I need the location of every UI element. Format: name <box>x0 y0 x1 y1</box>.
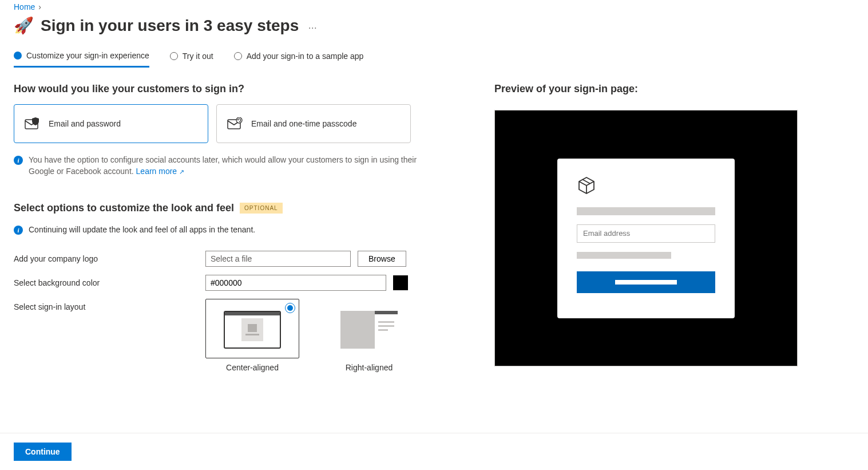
preview-primary-button <box>577 271 715 293</box>
info-text: You have the option to configure social … <box>29 155 426 177</box>
preview-placeholder-bar <box>577 207 715 215</box>
radio-icon <box>234 52 242 60</box>
rocket-icon: 🚀 <box>14 16 34 35</box>
page-title: Sign in your users in 3 easy steps <box>41 17 299 35</box>
layout-label: Select sign-in layout <box>14 299 205 311</box>
radio-icon <box>14 52 22 60</box>
signin-heading: How would you like your customers to sig… <box>14 83 426 95</box>
layout-option-label: Center-aligned <box>226 363 279 372</box>
radio-icon <box>285 303 295 313</box>
learn-more-link[interactable]: Learn more ↗ <box>136 167 184 176</box>
mail-refresh-icon <box>227 117 243 130</box>
more-icon[interactable]: … <box>306 18 320 33</box>
step-try[interactable]: Try it out <box>170 51 213 67</box>
step-label: Add your sign-in to a sample app <box>247 52 364 61</box>
option-email-password[interactable]: Email and password <box>14 104 208 143</box>
layout-option-center[interactable]: Center-aligned <box>205 299 299 372</box>
step-customize[interactable]: Customize your sign-in experience <box>14 51 149 68</box>
step-tabs: Customize your sign-in experience Try it… <box>14 51 854 67</box>
step-sample[interactable]: Add your sign-in to a sample app <box>234 51 364 67</box>
preview-box <box>494 110 798 366</box>
file-select-display[interactable]: Select a file <box>205 251 351 267</box>
breadcrumb: Home › <box>14 2 854 11</box>
customize-info-text: Continuing will update the look and feel… <box>29 225 255 234</box>
step-label: Try it out <box>183 52 213 61</box>
preview-placeholder-bar <box>577 252 671 259</box>
layout-option-label: Right-aligned <box>346 363 393 372</box>
option-label: Email and password <box>49 119 121 128</box>
logo-label: Add your company logo <box>14 251 205 263</box>
preview-heading: Preview of your sign-in page: <box>494 83 854 95</box>
step-label: Customize your sign-in experience <box>26 51 149 60</box>
info-icon: i <box>14 156 23 165</box>
optional-badge: OPTIONAL <box>240 203 283 214</box>
info-icon: i <box>14 226 23 235</box>
option-email-passcode[interactable]: Email and one-time passcode <box>216 104 411 143</box>
bg-color-label: Select background color <box>14 275 205 287</box>
layout-thumb-right-icon <box>340 311 398 349</box>
svg-point-2 <box>236 117 242 123</box>
breadcrumb-home-link[interactable]: Home <box>14 2 35 11</box>
chevron-right-icon: › <box>38 2 41 11</box>
layout-option-right[interactable]: Right-aligned <box>322 299 416 372</box>
preview-email-input <box>577 224 715 243</box>
layout-thumb-center-icon <box>224 311 281 349</box>
mail-shield-icon <box>25 117 41 130</box>
option-label: Email and one-time passcode <box>251 119 356 128</box>
radio-icon <box>170 52 178 60</box>
preview-signin-card <box>557 159 735 318</box>
browse-button[interactable]: Browse <box>358 251 406 267</box>
external-link-icon: ↗ <box>179 168 184 175</box>
bg-color-input[interactable] <box>205 275 386 291</box>
customize-heading: Select options to customize the look and… <box>14 202 234 214</box>
package-icon <box>577 176 715 197</box>
color-swatch[interactable] <box>393 275 408 290</box>
